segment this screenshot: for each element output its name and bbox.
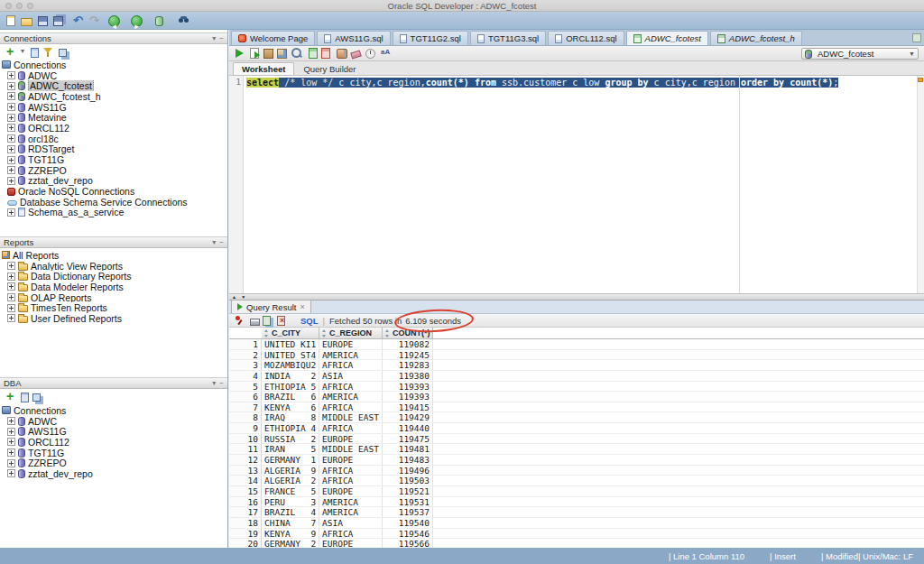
tree-item-rdstarget[interactable]: RDSTarget [0,144,227,155]
expand-icon[interactable] [7,273,15,281]
expand-icon[interactable] [7,428,15,436]
column-header-c-city[interactable]: C_CITY [262,328,319,338]
panel-menu-icon[interactable]: ▾ [212,378,216,388]
expand-icon[interactable] [7,145,15,153]
tree-item-timesten-reports[interactable]: TimesTen Reports [0,302,227,313]
table-cell[interactable]: 119440 [383,423,433,433]
table-cell[interactable]: IRAN 5 [262,444,319,454]
expand-icon[interactable] [7,166,15,174]
expand-icon[interactable] [7,459,15,467]
tree-item-olap-reports[interactable]: OLAP Reports [0,292,227,303]
table-cell[interactable]: EUROPE [319,455,383,465]
tree-item-aws11g[interactable]: AWS11G [0,426,227,437]
tree-item-orcl112[interactable]: ORCL112 [0,437,227,448]
table-cell[interactable]: AFRICA [319,423,383,433]
tree-item-adwc-fcotest[interactable]: ADWC_fcotest [0,80,227,91]
row-number-cell[interactable]: 8 [229,412,262,422]
save-icon[interactable] [38,16,48,26]
table-cell[interactable]: 119566 [383,539,433,548]
table-row[interactable]: 9ETHIOPIA 4AFRICA119440 [229,423,924,434]
row-number-cell[interactable]: 15 [229,486,262,496]
table-cell[interactable]: AFRICA [319,360,383,370]
collapse-all-icon[interactable] [32,393,41,402]
table-row[interactable]: 4INDIA 2ASIA119380 [229,371,924,382]
table-cell[interactable]: AMERICA [319,392,383,402]
sort-icon[interactable] [384,329,391,337]
row-number-cell[interactable]: 10 [229,434,262,444]
table-row[interactable]: 5ETHIOPIA 5AFRICA119393 [229,382,924,393]
table-cell[interactable]: ETHIOPIA 5 [262,382,319,392]
row-number-cell[interactable]: 17 [229,507,262,517]
tree-item-zzrepo[interactable]: ZZREPO [0,165,227,176]
tab-aws11g-sql[interactable]: AWS11G.sql [317,31,390,45]
panel-minimize-icon[interactable]: − [219,33,224,43]
table-cell[interactable]: UNITED KI1 [262,339,319,349]
table-cell[interactable]: FRANCE 5 [262,486,319,496]
row-number-cell[interactable]: 2 [229,350,262,360]
tree-item-adwc[interactable]: ADWC [0,416,227,427]
undo-icon[interactable] [72,14,85,27]
tree-item-adwc[interactable]: ADWC [0,70,227,81]
history-icon[interactable] [365,48,377,60]
tree-item-data-modeler-reports[interactable]: Data Modeler Reports [0,282,227,292]
collapse-all-icon[interactable] [59,49,67,57]
table-cell[interactable]: 119496 [383,466,433,476]
expand-icon[interactable] [7,92,15,100]
table-cell[interactable]: 119546 [383,529,433,539]
explain-plan-icon[interactable] [277,49,287,59]
tree-item-connections[interactable]: Connections [0,405,227,416]
expand-icon[interactable] [7,177,15,185]
tab-worksheet[interactable]: Worksheet [233,62,294,75]
expand-icon[interactable] [7,156,15,164]
table-cell[interactable]: AMERICA [319,350,383,360]
table-cell[interactable]: AMERICA [319,497,383,507]
panel-menu-icon[interactable]: ▾ [212,237,216,247]
table-cell[interactable]: GERMANY 1 [262,455,319,465]
forward-icon[interactable] [131,15,143,27]
table-cell[interactable]: PERU 3 [262,497,319,507]
table-cell[interactable]: 119082 [383,339,433,349]
table-cell[interactable]: ALGERIA 9 [262,466,319,476]
row-number-cell[interactable]: 13 [229,466,262,476]
table-cell[interactable]: AMERICA [319,507,383,517]
run-script-icon[interactable] [250,48,259,59]
import-connections-icon[interactable] [21,393,29,402]
tree-item-zztat-dev-repo[interactable]: zztat_dev_repo [0,176,227,187]
table-row[interactable]: 18CHINA 7ASIA119540 [229,518,924,529]
tab-query-result[interactable]: Query Result [231,300,311,313]
close-icon[interactable] [300,302,304,311]
expand-icon[interactable] [7,208,15,217]
table-row[interactable]: 15FRANCE 5EUROPE119521 [229,486,924,497]
rollback-icon[interactable] [321,48,330,59]
row-number-cell[interactable]: 19 [229,529,262,539]
expand-icon[interactable] [7,262,15,270]
table-row[interactable]: 14ALGERIA 2AFRICA119503 [229,476,924,486]
table-cell[interactable]: EUROPE [319,339,383,349]
table-row[interactable]: 19KENYA 9AFRICA119546 [229,529,924,540]
tab-overflow-icon[interactable] [912,33,921,42]
table-cell[interactable]: ASIA [319,518,383,528]
tree-item-schema-as-a-service[interactable]: Schema_as_a_service [0,208,227,218]
tree-item-oracle-nosql-connections[interactable]: Oracle NoSQL Connections [0,186,227,197]
column-header-count-[interactable]: COUNT(*) [383,328,433,338]
row-number-cell[interactable]: 1 [229,339,262,349]
sort-icon[interactable] [321,329,328,337]
tab-adwc-fcotest[interactable]: ADWC_fcotest [626,31,708,45]
table-cell[interactable]: EUROPE [319,434,383,444]
table-row[interactable]: 13ALGERIA 9AFRICA119496 [229,466,924,476]
table-cell[interactable]: INDIA 2 [262,371,319,381]
filter-connections-icon[interactable] [42,46,55,59]
table-cell[interactable]: EUROPE [319,539,383,548]
run-statement-icon[interactable] [234,47,246,60]
table-cell[interactable]: BRAZIL 6 [262,392,319,402]
panel-minimize-icon[interactable]: − [219,237,224,247]
table-cell[interactable]: ALGERIA 2 [262,476,319,485]
tree-item-aws11g[interactable]: AWS11G [0,102,227,113]
table-cell[interactable]: MIDDLE EAST [319,412,383,422]
table-cell[interactable]: 119245 [383,350,433,360]
tree-item-tgt11g[interactable]: TGT11G [0,448,227,458]
expand-icon[interactable] [7,438,15,446]
tree-item-data-dictionary-reports[interactable]: Data Dictionary Reports [0,271,227,282]
back-icon[interactable] [108,15,120,27]
table-cell[interactable]: AFRICA [319,402,383,412]
